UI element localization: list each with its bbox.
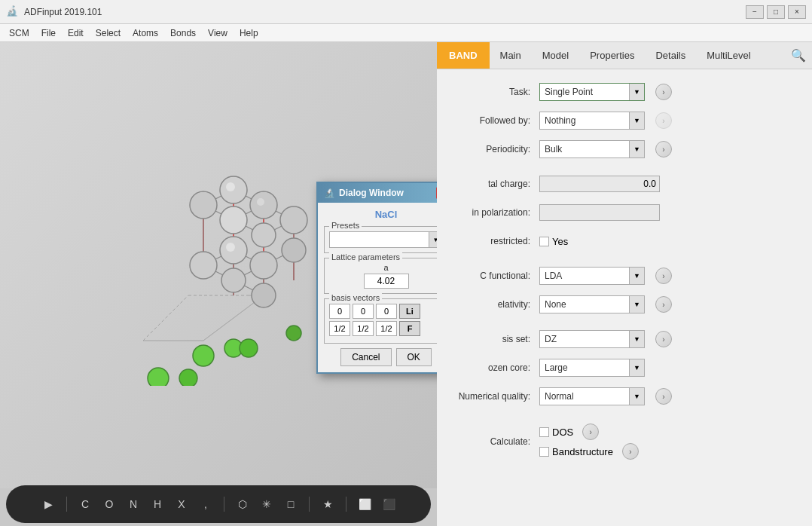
relativity-nav-arrow[interactable]: › (655, 296, 672, 313)
toolbar-o-icon[interactable]: O (100, 495, 118, 513)
dos-nav-arrow[interactable]: › (582, 424, 599, 440)
cancel-button[interactable]: Cancel (340, 348, 391, 366)
tab-band[interactable]: BAND (437, 42, 490, 69)
total-charge-row: tal charge: (449, 173, 800, 194)
relativity-dropdown[interactable]: None ▼ (539, 295, 645, 313)
xc-dropdown[interactable]: LDA ▼ (539, 267, 645, 285)
svg-point-38 (221, 268, 246, 292)
bv-element2[interactable]: F (399, 321, 420, 336)
toolbar-crystal-icon[interactable]: ✳ (258, 495, 276, 513)
svg-point-48 (257, 198, 264, 206)
toolbar-ring-icon[interactable]: ⬡ (234, 495, 252, 513)
unrestricted-row: restricted: Yes (449, 231, 800, 252)
periodicity-nav-arrow[interactable]: › (655, 141, 672, 157)
toolbar-frame-icon[interactable]: ⬜ (356, 495, 374, 513)
followed-by-nav-arrow: › (655, 112, 672, 129)
calculate-control: DOS › Bandstructure › (539, 424, 800, 460)
tab-bar: BAND Main Model Properties Details Multi… (437, 42, 812, 69)
tab-model[interactable]: Model (532, 42, 579, 69)
svg-point-49 (226, 243, 235, 252)
left-panel: ▶ C O N H X , ⬡ ✳ □ ★ ⬜ ⬛ 🔬 Dialog Windo… (0, 42, 437, 526)
bv-x2[interactable]: 1/2 (329, 321, 350, 336)
bandstructure-checkbox[interactable] (539, 447, 549, 457)
periodicity-arrow-icon: ▼ (629, 141, 644, 157)
dialog-close-button[interactable]: × (436, 187, 437, 199)
menu-help[interactable]: Help (234, 26, 264, 40)
toolbar-n-icon[interactable]: N (124, 495, 142, 513)
toolbar-square-icon[interactable]: □ (282, 495, 300, 513)
unrestricted-label: restricted: (449, 236, 539, 246)
title-bar: 🔬 ADFinput 2019.101 − □ × (0, 0, 812, 24)
menu-bonds[interactable]: Bonds (164, 26, 202, 40)
toolbar-star-icon[interactable]: ★ (319, 495, 337, 513)
basis-set-dropdown[interactable]: DZ ▼ (539, 330, 645, 348)
ok-button[interactable]: OK (396, 348, 432, 366)
dialog-title-bar[interactable]: 🔬 Dialog Window × (318, 183, 437, 203)
tab-main[interactable]: Main (490, 42, 532, 69)
tab-details[interactable]: Details (645, 42, 696, 69)
svg-point-31 (190, 191, 217, 219)
menu-scm[interactable]: SCM (3, 26, 35, 40)
toolbar-c-icon[interactable]: C (76, 495, 94, 513)
menu-bar: SCM File Edit Select Atoms Bonds View He… (0, 24, 812, 42)
toolbar-h-icon[interactable]: H (148, 495, 166, 513)
menu-edit[interactable]: Edit (62, 26, 90, 40)
svg-point-43 (179, 369, 197, 386)
a-label: a (329, 263, 437, 272)
maximize-button[interactable]: □ (767, 5, 785, 19)
lattice-section: Lattice parameters a (324, 258, 437, 294)
toolbar-cursor-icon[interactable]: ▶ (39, 495, 57, 513)
numerical-quality-arrow-icon: ▼ (629, 388, 644, 405)
spin-row: in polarization: (449, 202, 800, 223)
numerical-quality-nav-arrow[interactable]: › (655, 388, 672, 405)
bandstructure-nav-arrow[interactable]: › (622, 443, 639, 460)
bv-z2[interactable]: 1/2 (376, 321, 397, 336)
close-button[interactable]: × (788, 5, 806, 19)
minimize-button[interactable]: − (746, 5, 764, 19)
relativity-control: None ▼ › (539, 295, 800, 313)
tab-multilevel[interactable]: MultiLevel (696, 42, 762, 69)
followed-by-row: Followed by: Nothing ▼ › (449, 110, 800, 131)
xc-control: LDA ▼ › (539, 267, 800, 285)
task-dropdown[interactable]: Single Point ▼ (539, 83, 645, 101)
bv-element1[interactable]: Li (399, 304, 420, 319)
presets-dropdown[interactable]: ▼ (329, 231, 437, 248)
svg-point-47 (226, 182, 235, 191)
toolbar-x-icon[interactable]: X (172, 495, 191, 513)
sep4 (346, 497, 346, 512)
numerical-quality-dropdown[interactable]: Normal ▼ (539, 387, 645, 405)
svg-point-29 (250, 191, 277, 219)
periodicity-dropdown[interactable]: Bulk ▼ (539, 140, 645, 158)
total-charge-input[interactable] (539, 176, 660, 192)
task-control: Single Point ▼ › (539, 83, 800, 101)
followed-by-control: Nothing ▼ › (539, 112, 800, 130)
basis-set-nav-arrow[interactable]: › (655, 331, 672, 347)
toolbar-grid-icon[interactable]: ⬛ (380, 495, 398, 513)
menu-view[interactable]: View (202, 26, 234, 40)
bv-y2[interactable]: 1/2 (353, 321, 374, 336)
task-nav-arrow[interactable]: › (655, 84, 672, 100)
unrestricted-yes-label: Yes (552, 236, 568, 247)
menu-file[interactable]: File (35, 26, 62, 40)
bv-y1[interactable]: 0 (353, 304, 374, 319)
unrestricted-checkbox[interactable] (539, 237, 549, 246)
basis-vectors-label: basis vectors (329, 293, 382, 302)
menu-atoms[interactable]: Atoms (127, 26, 164, 40)
tab-properties[interactable]: Properties (579, 42, 645, 69)
followed-by-dropdown[interactable]: Nothing ▼ (539, 112, 645, 130)
xc-nav-arrow[interactable]: › (655, 268, 672, 284)
dos-checkbox[interactable] (539, 427, 549, 437)
spin-input[interactable] (539, 204, 660, 221)
periodicity-control: Bulk ▼ › (539, 140, 800, 158)
a-value-input[interactable] (364, 274, 409, 289)
menu-select[interactable]: Select (90, 26, 127, 40)
frozen-core-dropdown[interactable]: Large ▼ (539, 359, 645, 377)
bv-z1[interactable]: 0 (376, 304, 397, 319)
frozen-core-control: Large ▼ (539, 359, 800, 377)
bv-x1[interactable]: 0 (329, 304, 350, 319)
xc-row: C functional: LDA ▼ › (449, 265, 800, 286)
toolbar-comma-icon[interactable]: , (197, 495, 215, 513)
bv-row-2: 1/2 1/2 1/2 F (329, 321, 437, 336)
search-icon[interactable]: 🔍 (785, 45, 812, 66)
dialog-content: NaCl Presets ▼ Lattice parameters a (318, 203, 437, 372)
